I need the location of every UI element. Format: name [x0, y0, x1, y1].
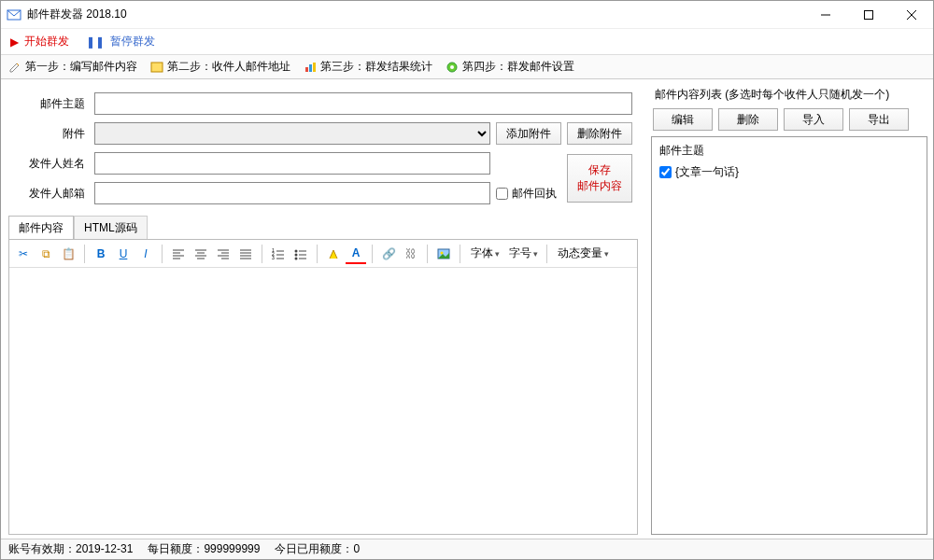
import-button[interactable]: 导入 [784, 108, 843, 131]
align-justify-icon[interactable] [235, 244, 256, 264]
app-icon [7, 7, 21, 22]
image-icon[interactable] [433, 244, 454, 264]
content-list: 邮件主题 {文章一句话} [651, 136, 927, 535]
maximize-button[interactable] [847, 1, 890, 29]
align-center-icon[interactable] [191, 244, 211, 264]
statusbar: 账号有效期：2019-12-31 每日额度：999999999 今日已用额度：0 [1, 539, 933, 559]
svg-point-12 [295, 253, 298, 256]
list-header: 邮件主题 [659, 143, 919, 159]
editor-toolbar: ✂ ⧉ 📋 B U I 123 A 🔗 ⛓ [9, 240, 637, 268]
sender-name-label: 发件人姓名 [14, 156, 89, 172]
align-right-icon[interactable] [213, 244, 234, 264]
pause-button[interactable]: ❚❚ 暂停群发 [86, 34, 155, 49]
cut-icon[interactable]: ✂ [13, 244, 34, 264]
save-line2: 邮件内容 [568, 178, 631, 194]
delete-attachment-button[interactable]: 删除附件 [567, 122, 632, 145]
step-3-tab[interactable]: 第三步：群发结果统计 [304, 59, 432, 75]
daily-quota: 每日额度：999999999 [148, 541, 260, 557]
edit-button[interactable]: 编辑 [653, 108, 713, 131]
bold-icon[interactable]: B [91, 244, 111, 264]
highlight-icon[interactable] [323, 244, 344, 264]
attachment-select[interactable] [94, 122, 490, 145]
sender-name-input[interactable] [94, 152, 490, 175]
separator [162, 245, 163, 263]
svg-rect-2 [151, 63, 163, 72]
list-unordered-icon[interactable] [290, 244, 311, 264]
step-4-tab[interactable]: 第四步：群发邮件设置 [446, 59, 574, 75]
sender-email-label: 发件人邮箱 [14, 186, 89, 202]
svg-rect-1 [865, 10, 873, 19]
play-icon: ▶ [10, 35, 19, 49]
editor-tabs: 邮件内容 HTML源码 [8, 216, 638, 240]
subject-label: 邮件主题 [14, 96, 89, 112]
pause-label: 暂停群发 [110, 34, 155, 49]
step-4-label: 第四步：群发邮件设置 [462, 59, 574, 75]
attachment-label: 附件 [14, 126, 89, 142]
svg-point-7 [450, 65, 454, 69]
edit-icon [8, 61, 21, 74]
start-label: 开始群发 [24, 34, 69, 49]
separator [262, 245, 262, 263]
svg-point-11 [295, 249, 298, 252]
step-2-label: 第二步：收件人邮件地址 [167, 59, 290, 75]
step-1-tab[interactable]: 第一步：编写邮件内容 [8, 59, 137, 75]
close-button[interactable] [890, 1, 933, 29]
separator [546, 245, 547, 263]
copy-icon[interactable]: ⧉ [35, 244, 56, 264]
list-ordered-icon[interactable]: 123 [268, 244, 289, 264]
separator [317, 245, 318, 263]
svg-rect-5 [313, 63, 316, 72]
export-button[interactable]: 导出 [849, 108, 909, 131]
list-item-label: {文章一句话} [675, 164, 739, 180]
receipt-checkbox[interactable] [496, 188, 508, 200]
align-left-icon[interactable] [168, 244, 189, 264]
svg-rect-3 [305, 67, 308, 72]
used-quota: 今日已用额度：0 [275, 541, 360, 557]
font-family-dropdown[interactable]: 字体▾ [466, 244, 502, 264]
save-line1: 保存 [568, 162, 631, 178]
content-list-title: 邮件内容列表 (多选时每个收件人只随机发一个) [651, 87, 927, 103]
receipt-label: 邮件回执 [512, 186, 557, 202]
list-item[interactable]: {文章一句话} [659, 164, 919, 180]
main-toolbar: ▶ 开始群发 ❚❚ 暂停群发 [1, 29, 933, 55]
steps-toolbar: 第一步：编写邮件内容 第二步：收件人邮件地址 第三步：群发结果统计 第四步：群发… [1, 55, 933, 79]
separator [427, 245, 428, 263]
validity: 账号有效期：2019-12-31 [8, 541, 133, 557]
underline-icon[interactable]: U [113, 244, 134, 264]
separator [84, 245, 85, 263]
sender-email-input[interactable] [94, 182, 490, 204]
start-button[interactable]: ▶ 开始群发 [10, 34, 69, 49]
save-content-button[interactable]: 保存 邮件内容 [567, 154, 632, 203]
dynamic-var-dropdown[interactable]: 动态变量▾ [553, 244, 612, 264]
delete-button[interactable]: 删除 [718, 108, 778, 131]
step-2-tab[interactable]: 第二步：收件人邮件地址 [150, 59, 290, 75]
separator [460, 245, 460, 263]
tab-html[interactable]: HTML源码 [74, 216, 148, 240]
titlebar: 邮件群发器 2018.10 [1, 1, 933, 29]
window-title: 邮件群发器 2018.10 [27, 7, 127, 22]
svg-text:3: 3 [272, 255, 275, 260]
font-size-dropdown[interactable]: 字号▾ [504, 244, 541, 264]
font-color-icon[interactable]: A [346, 244, 366, 264]
separator [372, 245, 373, 263]
italic-icon[interactable]: I [135, 244, 156, 264]
minimize-button[interactable] [804, 1, 847, 29]
step-1-label: 第一步：编写邮件内容 [25, 59, 137, 75]
editor-textarea[interactable] [9, 268, 637, 534]
pause-icon: ❚❚ [86, 35, 105, 49]
step-3-label: 第三步：群发结果统计 [320, 59, 432, 75]
unlink-icon[interactable]: ⛓ [401, 244, 421, 264]
add-attachment-button[interactable]: 添加附件 [496, 122, 561, 145]
receipt-checkbox-wrap[interactable]: 邮件回执 [496, 186, 561, 202]
paste-icon[interactable]: 📋 [58, 244, 78, 264]
svg-rect-4 [309, 64, 312, 72]
tab-content[interactable]: 邮件内容 [8, 216, 74, 240]
gear-icon [446, 61, 459, 74]
list-item-checkbox[interactable] [659, 166, 672, 178]
link-icon[interactable]: 🔗 [378, 244, 399, 264]
svg-point-13 [295, 257, 298, 259]
address-icon [150, 61, 163, 74]
editor: ✂ ⧉ 📋 B U I 123 A 🔗 ⛓ [8, 239, 638, 535]
subject-input[interactable] [94, 92, 632, 115]
chart-icon [304, 61, 317, 74]
